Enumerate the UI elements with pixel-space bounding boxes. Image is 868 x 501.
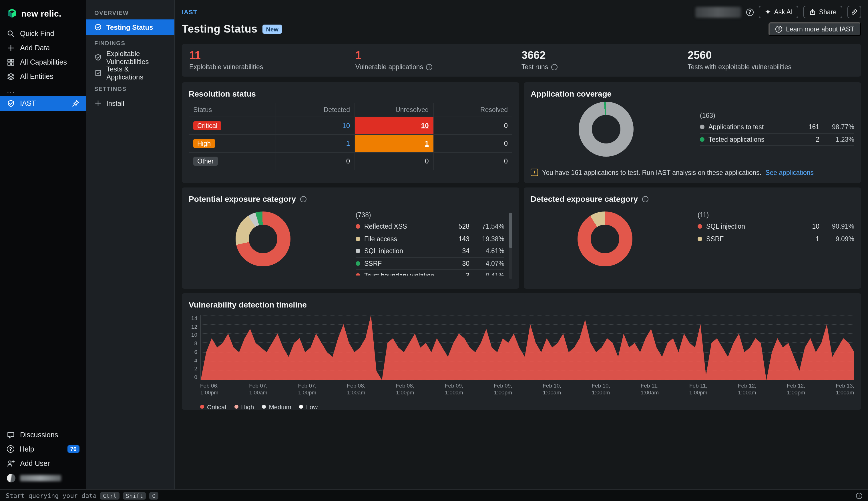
legend-total: (11) (698, 212, 854, 218)
resolution-table: Status Detected Unresolved Resolved Crit… (189, 103, 512, 170)
legend-percent: 19.38% (474, 235, 504, 242)
unresolved-count-link[interactable]: 1 (425, 139, 428, 148)
subnav-item-exploitable-vulnerabilities[interactable]: Exploitable Vulnerabilities (86, 50, 174, 65)
sidebar-item-add-data[interactable]: Add Data (0, 41, 86, 55)
layers-icon (7, 72, 15, 80)
clipboard-check-icon (94, 69, 102, 77)
query-bar[interactable]: Start querying your data Ctrl Shift O i (0, 489, 868, 501)
legend-value: 161 (800, 124, 819, 131)
iast-subnav: OVERVIEW Testing Status FINDINGS Exploit… (86, 0, 175, 489)
help-icon[interactable]: ? (746, 8, 753, 16)
x-tick: Feb 07, 1:00pm (298, 382, 316, 396)
status-badge: Other (193, 157, 218, 166)
timeline-plot-area[interactable] (200, 315, 854, 380)
sidebar-item-add-user[interactable]: Add User (0, 456, 86, 470)
x-tick: Feb 12, 1:00am (738, 382, 756, 396)
legend-value: 10 (800, 223, 819, 230)
legend-percent: 9.09% (823, 235, 854, 242)
kpi-value: 3662 (521, 49, 688, 62)
legend-value: 528 (450, 223, 469, 230)
sidebar-item-label: All Entities (20, 72, 53, 80)
legend-item-low[interactable]: Low (299, 403, 318, 410)
sidebar-item-label: All Capabilities (20, 58, 67, 66)
sidebar-item-all-entities[interactable]: All Entities (0, 69, 86, 84)
subnav-section-findings: FINDINGS (86, 35, 174, 50)
x-tick: Feb 09, 1:00am (445, 382, 463, 396)
sidebar-item-label: Add User (20, 459, 50, 467)
legend-item-critical[interactable]: Critical (200, 403, 226, 410)
card-title: Vulnerability detection timeline (189, 300, 854, 309)
sidebar-item-more[interactable]: ... (0, 84, 86, 96)
subnav-item-tests-applications[interactable]: Tests & Applications (86, 65, 174, 81)
ask-ai-button[interactable]: Ask AI (759, 6, 798, 18)
ask-ai-label: Ask AI (774, 9, 793, 15)
coverage-legend: (163) Applications to test 161 98.77% T (700, 112, 854, 146)
y-tick: 6 (194, 349, 197, 355)
user-account-row[interactable] (0, 470, 86, 489)
detected-count-link[interactable]: 1 (346, 139, 350, 148)
unresolved-count-link[interactable]: 10 (421, 122, 429, 130)
sidebar-spacer (0, 111, 86, 428)
timeline-x-axis: Feb 06, 1:00pm Feb 07, 1:00am Feb 07, 1:… (200, 382, 854, 396)
breadcrumb[interactable]: IAST (182, 9, 197, 15)
info-icon[interactable]: i (642, 196, 648, 202)
sidebar-item-discussions[interactable]: Discussions (0, 428, 86, 442)
redacted-account-picker[interactable] (695, 7, 741, 18)
legend-row[interactable]: SSRF 30 4.07% (356, 257, 504, 270)
legend-percent: 4.07% (474, 260, 504, 267)
info-icon[interactable]: i (426, 64, 432, 70)
legend-row[interactable]: SQL injection 34 4.61% (356, 245, 504, 257)
y-tick: 8 (194, 340, 197, 347)
legend-item-medium[interactable]: Medium (262, 403, 291, 410)
legend-dot (700, 137, 705, 142)
info-icon[interactable]: i (856, 492, 862, 499)
column-header-unresolved: Unresolved (355, 103, 433, 117)
table-row-critical: Critical 10 10 0 (189, 117, 512, 135)
sidebar-item-quick-find[interactable]: Quick Find (0, 26, 86, 41)
sidebar-item-help[interactable]: ? Help 70 (0, 442, 86, 456)
legend-scroll-area[interactable]: Reflected XSS 528 71.54% File access 143 (356, 221, 504, 276)
new-relic-logo[interactable]: new relic. (0, 6, 86, 26)
subnav-item-install[interactable]: Install (86, 95, 174, 111)
subnav-item-testing-status[interactable]: Testing Status (86, 19, 174, 35)
legend-row[interactable]: Trust boundary violation 3 0.41% (356, 270, 504, 276)
resolved-count: 0 (504, 139, 508, 148)
legend-total: (163) (700, 112, 854, 119)
legend-row[interactable]: SQL injection 10 90.91% (698, 221, 854, 233)
legend-row[interactable]: File access 143 19.38% (356, 233, 504, 245)
sidebar-item-all-capabilities[interactable]: All Capabilities (0, 55, 86, 69)
info-icon[interactable]: i (551, 64, 557, 70)
see-applications-link[interactable]: See applications (765, 169, 814, 176)
sidebar-item-iast[interactable]: IAST (0, 96, 86, 111)
legend-label: Reflected XSS (364, 223, 446, 230)
subnav-item-label: Exploitable Vulnerabilities (106, 50, 166, 65)
pin-icon[interactable] (72, 99, 80, 107)
scrollbar-thumb[interactable] (509, 213, 512, 248)
kbd-o: O (149, 492, 158, 499)
legend-dot (698, 224, 702, 229)
legend-label: Tested applications (708, 136, 796, 143)
scrollbar[interactable] (509, 213, 512, 279)
share-button[interactable]: Share (804, 6, 842, 18)
copy-link-button[interactable] (847, 6, 861, 18)
column-header-status: Status (189, 103, 276, 117)
timeline-y-axis: 14 12 10 8 6 4 2 0 (189, 315, 200, 380)
resolved-count: 0 (504, 122, 508, 130)
legend-value: 1 (800, 235, 819, 242)
subnav-item-label: Testing Status (106, 23, 153, 31)
legend-percent: 98.77% (823, 124, 854, 131)
shield-check-icon (94, 54, 102, 61)
info-icon[interactable]: i (300, 196, 306, 202)
learn-more-button[interactable]: ? Learn more about IAST (769, 22, 861, 36)
shield-icon (7, 99, 15, 107)
legend-row[interactable]: Applications to test 161 98.77% (700, 121, 854, 134)
detected-count-link[interactable]: 10 (342, 122, 350, 130)
legend-row[interactable]: Reflected XSS 528 71.54% (356, 221, 504, 233)
y-tick: 14 (191, 315, 197, 321)
coverage-donut-chart (579, 102, 634, 157)
legend-item-high[interactable]: High (234, 403, 254, 410)
chat-icon (7, 431, 15, 439)
kpi-value: 11 (189, 49, 356, 62)
legend-row[interactable]: Tested applications 2 1.23% (700, 134, 854, 146)
legend-row[interactable]: SSRF 1 9.09% (698, 233, 854, 245)
